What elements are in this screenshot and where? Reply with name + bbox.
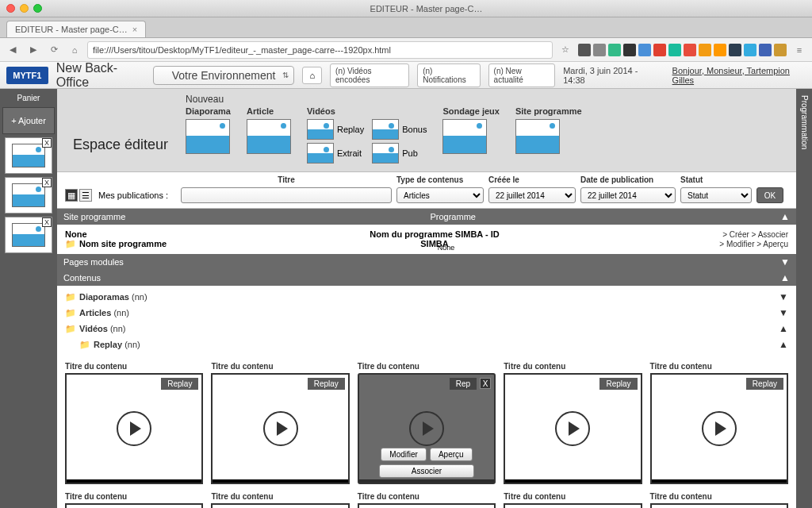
play-icon[interactable]	[409, 411, 444, 446]
right-rail[interactable]: Programmation	[796, 89, 812, 508]
close-icon[interactable]: X	[42, 217, 52, 227]
back-icon[interactable]: ◀	[5, 42, 21, 58]
content-card[interactable]: Titre du contenu Replay	[650, 492, 788, 508]
ext-icon[interactable]	[653, 44, 666, 56]
grid-view-icon[interactable]: ▦	[65, 189, 78, 202]
associer-button[interactable]: Associer	[379, 464, 473, 478]
greeting[interactable]: Bonjour, Monsieur, Tartempion Gilles	[672, 66, 806, 85]
content-card[interactable]: Titre du contenu Replay	[211, 362, 349, 484]
environment-select[interactable]: Votre Environnement	[153, 66, 295, 85]
menu-icon[interactable]: ≡	[791, 42, 807, 58]
tree-articles[interactable]: 📁Articles (nn)▼	[65, 305, 788, 321]
modifier-apercu-link[interactable]: > Modifier > Aperçu	[719, 240, 788, 248]
creer-associer-link[interactable]: > Créer > Associer	[722, 230, 788, 239]
panier-thumb[interactable]: X	[5, 217, 52, 253]
ok-button[interactable]: OK	[756, 187, 783, 203]
status-select[interactable]: Statut	[680, 187, 752, 203]
content-card[interactable]: Titre du contenu Replay	[650, 362, 788, 484]
content-card[interactable]: Titre du contenu Replay	[358, 492, 496, 508]
ext-icon[interactable]	[593, 44, 606, 56]
ext-icon[interactable]	[668, 44, 681, 56]
reload-icon[interactable]: ⟳	[46, 42, 62, 58]
close-icon[interactable]: ×	[132, 25, 137, 34]
bar-contenus[interactable]: Contenus▲	[57, 270, 796, 286]
image-icon	[372, 119, 399, 140]
create-video: Vidéos Replay Bonus Extrait Pub	[307, 106, 427, 164]
apercu-button[interactable]: Aperçu	[430, 448, 473, 461]
ext-icon[interactable]	[699, 44, 711, 56]
notifications-button[interactable]: (n) Notifications	[417, 64, 480, 87]
programmation-tab[interactable]: Programmation	[800, 95, 809, 149]
close-icon[interactable]: X	[42, 138, 52, 148]
ext-icon[interactable]	[714, 44, 726, 56]
tree-diaporamas[interactable]: 📁Diaporamas (nn)▼	[65, 289, 788, 305]
panier-thumb[interactable]: X	[5, 137, 52, 174]
bar-pages-modules[interactable]: Pages modules▼	[57, 254, 796, 270]
video-bonus[interactable]: Bonus	[372, 119, 427, 140]
created-select[interactable]: 22 juillet 2014	[488, 187, 576, 203]
expand-icon[interactable]: ▼	[780, 256, 790, 267]
video-pub[interactable]: Pub	[372, 143, 427, 164]
video-replay[interactable]: Replay	[307, 119, 364, 140]
create-sondage[interactable]: Sondage jeux	[442, 106, 500, 154]
collapse-icon[interactable]: ▲	[779, 323, 788, 334]
expand-icon[interactable]: ▼	[779, 291, 788, 302]
minimize-icon[interactable]	[20, 4, 29, 13]
bar-site-programme[interactable]: Site programme Programme ▲	[57, 209, 796, 225]
close-icon[interactable]	[6, 4, 15, 13]
home-icon[interactable]: ⌂	[67, 42, 82, 58]
close-icon[interactable]: X	[480, 378, 491, 389]
collapse-icon[interactable]: ▲	[779, 339, 788, 350]
zoom-icon[interactable]	[33, 4, 42, 13]
content-card[interactable]: Titre du contenu Replay	[65, 362, 203, 484]
ext-icon[interactable]	[578, 44, 591, 56]
content-card[interactable]: Titre du contenu Replay	[211, 492, 349, 508]
play-icon[interactable]	[555, 411, 590, 446]
create-article[interactable]: Article	[247, 106, 291, 154]
ext-icon[interactable]	[638, 44, 651, 56]
collapse-icon[interactable]: ▲	[780, 211, 790, 222]
create-diaporama[interactable]: Diaporama	[186, 106, 231, 154]
ext-icon[interactable]	[623, 44, 636, 56]
play-icon[interactable]	[117, 411, 151, 446]
ext-icon[interactable]	[744, 44, 756, 56]
modifier-button[interactable]: Modifier	[381, 448, 427, 461]
forward-icon[interactable]: ▶	[25, 42, 41, 58]
panier-thumb[interactable]: X	[5, 177, 52, 214]
filters: Titre Type de contenus Créée le Date de …	[57, 171, 796, 209]
col-creee: Créée le	[488, 175, 576, 184]
actualite-button[interactable]: (n) New actualité	[488, 64, 556, 87]
type-select[interactable]: Articles	[396, 187, 484, 203]
title-input[interactable]	[181, 187, 392, 203]
tree-videos[interactable]: 📁Vidéos (nn)▲	[65, 321, 788, 337]
content-card[interactable]: Titre du contenu Replay	[504, 362, 642, 484]
tree-replay[interactable]: 📁Replay (nn)▲	[65, 337, 788, 352]
videos-encoded-button[interactable]: (n) Vidéos encodées	[330, 64, 409, 87]
star-icon[interactable]: ☆	[557, 42, 573, 58]
ext-icon[interactable]	[608, 44, 621, 56]
content-card-selected[interactable]: Titre du contenu Rep X Modifier Aperçu A…	[358, 362, 496, 484]
nomsite[interactable]: Nom site programme	[79, 239, 167, 248]
ext-icon[interactable]	[774, 44, 787, 56]
close-icon[interactable]: X	[42, 178, 52, 187]
video-extrait[interactable]: Extrait	[307, 143, 364, 164]
play-icon[interactable]	[263, 411, 298, 446]
logo[interactable]: MYTF1	[6, 67, 48, 84]
home-button[interactable]: ⌂	[302, 67, 322, 84]
collapse-icon[interactable]: ▲	[780, 272, 790, 283]
ext-icon[interactable]	[759, 44, 772, 56]
add-button[interactable]: + Ajouter	[2, 107, 55, 134]
list-view-icon[interactable]: ☰	[79, 189, 92, 202]
browser-tabstrip: EDITEUR - Master page-C…×	[0, 17, 812, 38]
browser-tab[interactable]: EDITEUR - Master page-C…×	[6, 21, 146, 37]
ext-icon[interactable]	[729, 44, 741, 56]
content-card[interactable]: Titre du contenu Replay	[65, 492, 203, 508]
expand-icon[interactable]: ▼	[779, 307, 788, 318]
content-card[interactable]: Titre du contenu Replay	[504, 492, 642, 508]
url-input[interactable]	[87, 41, 553, 59]
programme-row: None 📁Nom site programme Nom du programm…	[57, 225, 796, 254]
create-site-programme[interactable]: Site programme	[515, 106, 582, 154]
ext-icon[interactable]	[684, 44, 696, 56]
play-icon[interactable]	[702, 411, 737, 446]
published-select[interactable]: 22 juillet 2014	[580, 187, 676, 203]
